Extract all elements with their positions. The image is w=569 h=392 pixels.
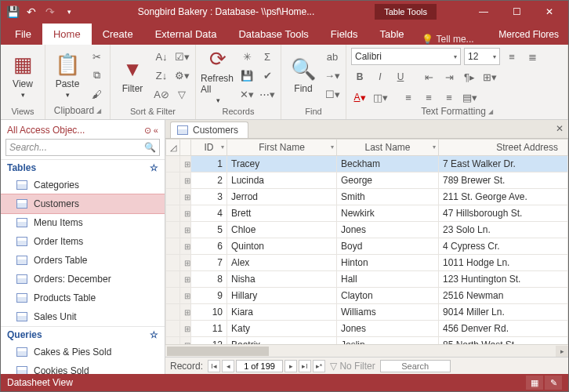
table-row[interactable]: ⊞3JerrodSmith211 St. George Ave. <box>166 189 568 205</box>
expand-row-icon[interactable]: ⊞ <box>180 156 191 172</box>
cell-last-name[interactable]: Clayton <box>337 288 439 304</box>
datasheet-search-input[interactable] <box>380 360 451 372</box>
cell-last-name[interactable]: Williams <box>337 304 439 321</box>
paste-button[interactable]: 📋Paste▾ <box>50 48 85 103</box>
row-selector[interactable] <box>166 172 180 189</box>
underline-button[interactable]: U <box>392 68 409 85</box>
tab-create[interactable]: Create <box>92 24 144 45</box>
table-row[interactable]: ⊞7AlexHinton1011 Hodge Ln. <box>166 255 568 271</box>
close-tab-button[interactable]: ✕ <box>556 123 564 134</box>
cell-last-name[interactable]: George <box>337 172 439 189</box>
table-row[interactable]: ⊞9HillaryClayton2516 Newman <box>166 288 568 304</box>
nav-item-order-items[interactable]: Order Items <box>1 232 165 251</box>
cell-id[interactable]: 9 <box>191 288 227 304</box>
cell-id[interactable]: 2 <box>191 172 227 189</box>
cell-address[interactable]: 7 East Walker Dr. <box>439 156 568 172</box>
nav-group-queries[interactable]: Queries☆ <box>1 326 165 343</box>
cell-id[interactable]: 11 <box>191 321 227 337</box>
tab-file[interactable]: File <box>4 24 42 45</box>
chevron-down-icon[interactable]: ▾ <box>221 143 224 151</box>
nav-pane-header[interactable]: All Access Objec...⊙ « <box>1 120 165 137</box>
cell-last-name[interactable]: Jones <box>337 222 439 238</box>
clear-sort-icon[interactable]: A⊘ <box>153 85 170 103</box>
design-view-button[interactable]: ✎ <box>545 376 562 390</box>
bullets-icon[interactable]: ≡ <box>503 48 520 65</box>
font-size-combo[interactable]: 12▾ <box>464 48 500 65</box>
expand-row-icon[interactable]: ⊞ <box>180 321 191 337</box>
cell-last-name[interactable]: Hinton <box>337 255 439 271</box>
qat-customize-icon[interactable]: ▾ <box>60 3 78 20</box>
table-row[interactable]: ⊞10KiaraWilliams9014 Miller Ln. <box>166 304 568 321</box>
datasheet[interactable]: ◿ ID▾ First Name▾ Last Name▾ Street Addr… <box>165 139 568 344</box>
horizontal-scrollbar[interactable]: ▸ <box>165 344 568 357</box>
cell-first-name[interactable]: Brett <box>227 205 337 222</box>
prev-record-button[interactable]: ◂ <box>222 360 234 372</box>
cell-address[interactable]: 211 St. George Ave. <box>439 189 568 205</box>
cell-address[interactable]: 2516 Newman <box>439 288 568 304</box>
alt-row-color-icon[interactable]: ▤▾ <box>461 89 478 106</box>
nav-group-tables[interactable]: Tables☆ <box>1 159 165 176</box>
cell-last-name[interactable]: Smith <box>337 189 439 205</box>
goto-icon[interactable]: →▾ <box>324 67 341 84</box>
cell-id[interactable]: 3 <box>191 189 227 205</box>
cell-last-name[interactable]: Joslin <box>337 337 439 345</box>
expand-row-icon[interactable]: ⊞ <box>180 172 191 189</box>
cell-id[interactable]: 1 <box>191 156 227 172</box>
nav-item-menu-items[interactable]: Menu Items <box>1 213 165 232</box>
cell-address[interactable]: 789 Brewer St. <box>439 172 568 189</box>
cell-first-name[interactable]: Quinton <box>227 238 337 255</box>
row-selector[interactable] <box>166 222 180 238</box>
increase-indent-icon[interactable]: ⇥ <box>440 68 458 85</box>
cell-id[interactable]: 7 <box>191 255 227 271</box>
table-row[interactable]: ⊞6QuintonBoyd4 Cypress Cr. <box>166 238 568 255</box>
selection-button[interactable]: ☑▾ <box>173 48 190 65</box>
font-name-combo[interactable]: Calibri▾ <box>351 48 461 65</box>
copy-icon[interactable]: ⧉ <box>88 67 105 84</box>
row-selector[interactable] <box>166 205 180 222</box>
cell-first-name[interactable]: Alex <box>227 255 337 271</box>
row-selector[interactable] <box>166 304 180 321</box>
advanced-button[interactable]: ⚙▾ <box>173 67 190 84</box>
save-icon[interactable]: 💾 <box>4 3 21 20</box>
cell-first-name[interactable]: Kiara <box>227 304 337 321</box>
first-record-button[interactable]: I◂ <box>208 360 220 372</box>
tab-table[interactable]: Table <box>369 24 415 45</box>
redo-icon[interactable]: ↷ <box>42 3 59 20</box>
more-records-icon[interactable]: ⋯▾ <box>259 85 276 103</box>
fill-color-button[interactable]: ◫▾ <box>371 89 389 106</box>
expand-row-icon[interactable]: ⊞ <box>180 222 191 238</box>
expand-row-icon[interactable]: ⊞ <box>180 288 191 304</box>
nav-item-sales-unit[interactable]: Sales Unit <box>1 307 165 326</box>
totals-icon[interactable]: Σ <box>259 48 276 65</box>
expand-row-icon[interactable]: ⊞ <box>180 255 191 271</box>
cell-first-name[interactable]: Nisha <box>227 271 337 288</box>
font-color-button[interactable]: A▾ <box>351 89 368 106</box>
row-selector[interactable] <box>166 337 180 345</box>
nav-item-orders-december[interactable]: Orders: December <box>1 270 165 289</box>
cell-first-name[interactable]: Katy <box>227 321 337 337</box>
tell-me-search[interactable]: 💡Tell me... <box>415 34 480 45</box>
select-icon[interactable]: ☐▾ <box>324 85 341 103</box>
bold-button[interactable]: B <box>351 68 368 85</box>
expand-row-icon[interactable]: ⊞ <box>180 304 191 321</box>
align-left-icon[interactable]: ≡ <box>400 89 417 106</box>
gridlines-icon[interactable]: ⊞▾ <box>481 68 498 85</box>
select-all-cell[interactable]: ◿ <box>166 140 180 156</box>
cell-address[interactable]: 47 Hillsborough St. <box>439 205 568 222</box>
minimize-button[interactable]: ― <box>468 2 499 21</box>
cell-address[interactable]: 4 Cypress Cr. <box>439 238 568 255</box>
scroll-thumb[interactable] <box>167 347 269 356</box>
new-record-button[interactable]: ▸* <box>313 360 325 372</box>
align-right-icon[interactable]: ≡ <box>440 89 458 106</box>
table-row[interactable]: ⊞12BeatrixJoslin85 North West St. <box>166 337 568 345</box>
tab-fields[interactable]: Fields <box>320 24 369 45</box>
row-selector[interactable] <box>166 271 180 288</box>
save-record-icon[interactable]: 💾 <box>238 67 256 84</box>
cell-id[interactable]: 10 <box>191 304 227 321</box>
table-row[interactable]: ⊞8NishaHall123 Huntington St. <box>166 271 568 288</box>
datasheet-view-button[interactable]: ▦ <box>526 376 543 390</box>
nav-item-cookies-sold[interactable]: Cookies Sold <box>1 361 165 374</box>
cell-id[interactable]: 6 <box>191 238 227 255</box>
decrease-indent-icon[interactable]: ⇤ <box>420 68 437 85</box>
numbered-list-icon[interactable]: ≣ <box>524 48 541 65</box>
